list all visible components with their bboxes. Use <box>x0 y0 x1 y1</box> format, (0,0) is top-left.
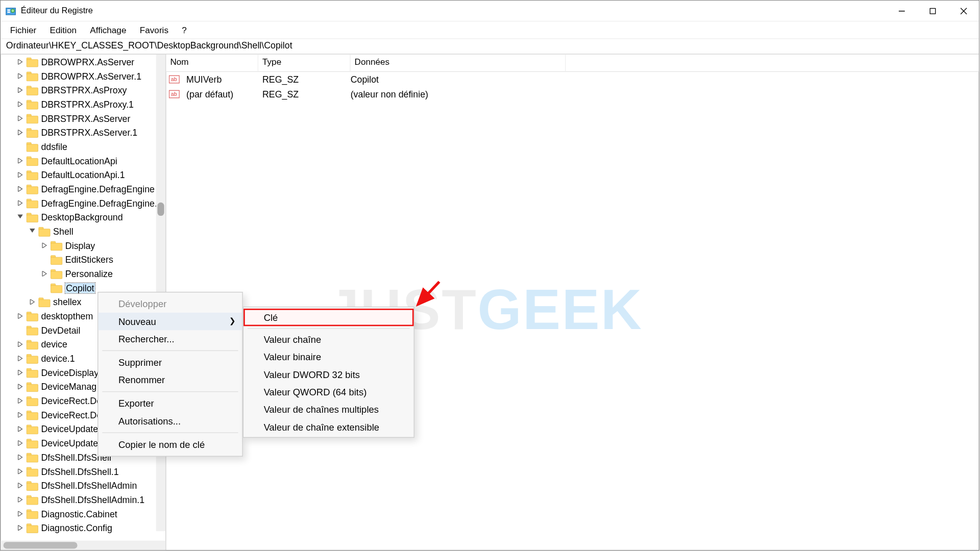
expand-icon[interactable] <box>15 101 24 108</box>
submenu-item[interactable]: Valeur binaire <box>243 348 413 366</box>
expand-icon[interactable] <box>40 242 49 249</box>
submenu-item[interactable]: Clé <box>243 309 413 326</box>
col-data[interactable]: Données <box>351 55 566 71</box>
expand-icon[interactable] <box>15 482 24 489</box>
context-item[interactable]: Renommer <box>98 371 242 389</box>
menubar[interactable]: Fichier Edition Affichage Favoris ? <box>1 21 978 38</box>
svg-rect-61 <box>27 427 38 434</box>
tree-label: shellex <box>53 297 81 308</box>
expand-icon[interactable] <box>15 524 24 532</box>
expand-icon[interactable] <box>15 496 24 504</box>
expand-icon[interactable] <box>15 355 24 362</box>
expand-icon[interactable] <box>15 199 24 207</box>
tree-item[interactable]: DefaultLocationApi.1 <box>1 168 165 183</box>
tree-item[interactable]: DfsShell.DfsShellAdmin <box>1 479 165 493</box>
context-submenu-new[interactable]: CléValeur chaîneValeur binaireValeur DWO… <box>243 307 414 438</box>
expand-icon[interactable] <box>15 171 24 179</box>
submenu-item[interactable]: Valeur de chaînes multiples <box>243 401 413 418</box>
tree-item[interactable]: Display <box>1 239 165 253</box>
svg-rect-37 <box>51 257 62 264</box>
tree-label: DBRSTPRX.AsServer.1 <box>41 128 137 138</box>
expand-icon[interactable] <box>15 369 24 377</box>
svg-text:ab: ab <box>171 91 177 97</box>
expand-icon[interactable] <box>15 412 24 419</box>
expand-icon[interactable] <box>15 129 24 136</box>
svg-rect-55 <box>27 384 38 391</box>
tree-item[interactable]: DesktopBackground <box>1 211 165 225</box>
svg-rect-21 <box>27 144 38 152</box>
tree-item[interactable]: Shell <box>1 224 165 239</box>
submenu-item[interactable]: Valeur chaîne <box>243 331 413 348</box>
submenu-item[interactable]: Valeur QWORD (64 bits) <box>243 383 413 400</box>
tree-item[interactable]: Personalize <box>1 267 165 281</box>
context-item[interactable]: Rechercher... <box>98 330 242 347</box>
submenu-item[interactable]: Valeur DWORD 32 bits <box>243 366 413 383</box>
svg-rect-15 <box>27 102 38 109</box>
value-row[interactable]: ab(par défaut)REG_SZ(valeur non définie) <box>166 87 979 102</box>
expand-icon[interactable] <box>15 59 24 66</box>
expand-icon[interactable] <box>15 468 24 475</box>
expand-icon[interactable] <box>15 397 24 405</box>
chevron-right-icon: ❯ <box>229 317 235 325</box>
tree-item[interactable]: Diagnostic.Config <box>1 521 165 535</box>
expand-icon[interactable] <box>15 157 24 164</box>
expand-icon[interactable] <box>15 87 24 94</box>
values-pane[interactable]: Nom Type Données abMUIVerbREG_SZCopilota… <box>166 55 979 550</box>
menu-fav[interactable]: Favoris <box>133 23 176 37</box>
expand-icon[interactable] <box>15 72 24 80</box>
address-bar[interactable]: Ordinateur\HKEY_CLASSES_ROOT\DesktopBack… <box>1 38 978 55</box>
tree-item[interactable]: DBROWPRX.AsServer <box>1 55 165 69</box>
expand-icon[interactable] <box>15 115 24 122</box>
svg-rect-53 <box>27 370 38 378</box>
tree-item[interactable]: EditStickers <box>1 253 165 267</box>
expand-icon[interactable] <box>28 298 37 306</box>
context-item[interactable]: Autorisations... <box>98 412 242 430</box>
svg-rect-65 <box>27 455 38 462</box>
minimize-button[interactable] <box>886 1 917 21</box>
submenu-item[interactable]: Valeur de chaîne extensible <box>243 418 413 436</box>
expand-icon[interactable] <box>28 226 37 236</box>
svg-rect-17 <box>27 116 38 123</box>
context-menu[interactable]: DévelopperNouveau❯Rechercher...Supprimer… <box>97 292 243 457</box>
tree-item[interactable]: DfsShell.DfsShellAdmin.1 <box>1 493 165 507</box>
context-item[interactable]: Copier le nom de clé <box>98 436 242 453</box>
context-item[interactable]: Exporter <box>98 395 242 412</box>
tree-item[interactable]: DBRSTPRX.AsProxy <box>1 83 165 97</box>
maximize-button[interactable] <box>917 1 948 21</box>
value-row[interactable]: abMUIVerbREG_SZCopilot <box>166 72 979 87</box>
context-item[interactable]: Nouveau❯ <box>98 313 242 330</box>
menu-file[interactable]: Fichier <box>4 23 43 37</box>
expand-icon[interactable] <box>15 440 24 447</box>
col-name[interactable]: Nom <box>166 55 259 71</box>
expand-icon[interactable] <box>15 313 24 320</box>
tree-item[interactable]: DefragEngine.DefragEngine <box>1 182 165 196</box>
expand-icon[interactable] <box>15 341 24 348</box>
expand-icon[interactable] <box>15 510 24 517</box>
menu-edit[interactable]: Edition <box>43 23 83 37</box>
svg-rect-59 <box>27 413 38 420</box>
menu-view[interactable]: Affichage <box>83 23 133 37</box>
expand-icon[interactable] <box>15 186 24 193</box>
expand-icon[interactable] <box>15 383 24 390</box>
expand-icon[interactable] <box>15 211 24 221</box>
tree-item[interactable]: DfsShell.DfsShell.1 <box>1 465 165 479</box>
menu-help[interactable]: ? <box>175 23 193 37</box>
tree-item[interactable]: DefragEngine.DefragEngine. <box>1 196 165 211</box>
tree-item[interactable]: DefaultLocationApi <box>1 154 165 168</box>
tree-item[interactable]: DBRSTPRX.AsProxy.1 <box>1 97 165 112</box>
context-item[interactable]: Supprimer <box>98 354 242 371</box>
titlebar[interactable]: Éditeur du Registre <box>1 1 978 21</box>
tree-item[interactable]: ddsfile <box>1 140 165 154</box>
expand-icon[interactable] <box>15 454 24 461</box>
col-type[interactable]: Type <box>258 55 351 71</box>
value-list-header[interactable]: Nom Type Données <box>166 55 979 72</box>
tree-item[interactable]: DBRSTPRX.AsServer.1 <box>1 126 165 140</box>
tree-item[interactable]: Diagnostic.Cabinet <box>1 507 165 521</box>
tree-hscrollbar[interactable] <box>1 541 165 550</box>
expand-icon[interactable] <box>15 425 24 433</box>
tree-item[interactable]: DBROWPRX.AsServer.1 <box>1 69 165 84</box>
close-button[interactable] <box>948 1 979 21</box>
expand-icon[interactable] <box>40 270 49 278</box>
svg-rect-27 <box>27 187 38 194</box>
tree-item[interactable]: DBRSTPRX.AsServer <box>1 112 165 126</box>
